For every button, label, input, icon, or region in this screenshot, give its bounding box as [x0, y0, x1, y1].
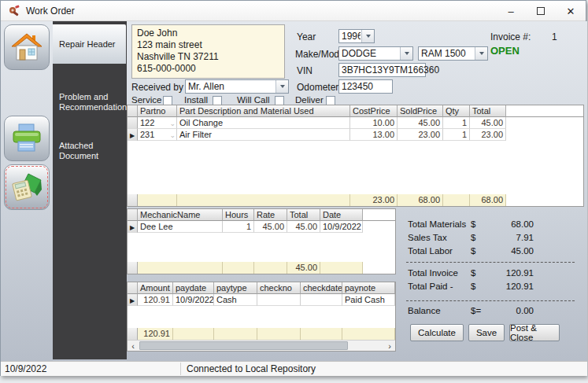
cell-costprice: 13.00: [350, 129, 398, 141]
maximize-icon[interactable]: [526, 1, 556, 21]
customer-info-box[interactable]: Doe John 123 main street Nashville TN 37…: [131, 24, 285, 79]
scrollbar-thumb[interactable]: [139, 341, 348, 350]
payment-total: 120.91: [138, 328, 173, 340]
service-label: Service: [131, 95, 161, 105]
save-button[interactable]: Save: [468, 324, 505, 341]
table-row[interactable]: 122⌄ Oil Change 10.00 45.00 1 45.00: [128, 117, 583, 129]
install-label: Install: [184, 95, 208, 105]
payment-grid: Amount paydate paytype checkno checkdate…: [127, 282, 396, 352]
column-header[interactable]: Hours: [223, 209, 254, 221]
combo-chevron-icon: ⌄: [169, 118, 176, 129]
year-select[interactable]: 1996: [338, 29, 375, 43]
invoice-number-label: Invoice #:: [490, 31, 531, 42]
summary-label: Total Paid -: [408, 282, 471, 294]
column-header[interactable]: paynote: [342, 282, 395, 294]
column-header[interactable]: paytype: [214, 282, 257, 294]
summary-labor: Total Labor $ 45.00: [408, 246, 534, 259]
received-by-label: Received by: [131, 82, 183, 93]
vin-field[interactable]: 3B7HC13Y9TM166360: [338, 63, 426, 77]
currency-sign: $: [471, 268, 482, 281]
parts-grid-header: Partno Part Description and Material Use…: [128, 105, 583, 117]
received-by-value: Mr. Allen: [188, 81, 275, 93]
column-header[interactable]: Date: [320, 209, 363, 221]
horizontal-scrollbar[interactable]: ‹ ›: [128, 340, 395, 351]
column-header[interactable]: Partno: [138, 105, 177, 117]
cell-paytype: Cash: [214, 294, 257, 306]
chevron-down-icon[interactable]: [475, 47, 487, 60]
cell-partno: 122: [140, 118, 154, 127]
scroll-left-icon[interactable]: ‹: [128, 341, 139, 351]
title-bar: Work Order – ✕: [1, 1, 586, 21]
cell-description: Oil Change: [177, 117, 350, 129]
close-icon[interactable]: ✕: [556, 1, 586, 21]
labor-totals-row: 45.00: [128, 262, 395, 274]
print-button[interactable]: [4, 116, 50, 161]
column-header[interactable]: Part Description and Material Used: [177, 105, 350, 117]
cell-rate: 45.00: [254, 221, 287, 233]
table-row[interactable]: ▶ Dee Lee 1 45.00 45.00 10/9/2022: [128, 221, 395, 233]
home-button[interactable]: [4, 24, 50, 70]
chevron-down-icon[interactable]: [400, 47, 412, 60]
tab-problem-recommendations[interactable]: Problem and Recommendations: [59, 92, 124, 112]
chevron-down-icon[interactable]: [276, 80, 288, 93]
parts-grid: Partno Part Description and Material Use…: [127, 105, 584, 207]
column-header[interactable]: Rate: [254, 209, 287, 221]
column-header[interactable]: SoldPrice: [398, 105, 443, 117]
odometer-field[interactable]: 123450: [338, 79, 393, 94]
model-select[interactable]: RAM 1500: [418, 46, 488, 61]
cell-costprice: 10.00: [350, 117, 398, 129]
summary-value: 68.00: [482, 219, 534, 232]
status-badge: OPEN: [490, 45, 520, 57]
column-header[interactable]: paydate: [173, 282, 214, 294]
cell-checkno: [257, 294, 301, 306]
status-message: Connected to Local Repository: [187, 363, 316, 374]
summary-sales-tax: Sales Tax $ 7.91: [408, 233, 534, 245]
column-header[interactable]: MechanicName: [138, 209, 223, 221]
cell-date: 10/9/2022: [320, 221, 363, 233]
table-row[interactable]: ▶ 231⌄ Air Filter 13.00 23.00 1 23.00: [128, 129, 583, 141]
divider: [406, 300, 575, 301]
cell-total: 45.00: [470, 117, 506, 129]
tab-panel: Repair Header Problem and Recommendation…: [53, 21, 127, 359]
scroll-right-icon[interactable]: ›: [384, 341, 395, 351]
chevron-down-icon[interactable]: [361, 30, 374, 42]
make-select[interactable]: DODGE: [338, 46, 413, 61]
calculator-folder-icon: [11, 172, 43, 202]
column-header[interactable]: Total: [287, 209, 320, 221]
cell-checkdate: [301, 294, 342, 306]
summary-paid: Total Paid - $ 120.91: [408, 282, 534, 294]
divider: [180, 363, 181, 375]
column-header[interactable]: checkno: [257, 282, 301, 294]
cell-paynote: Paid Cash: [342, 294, 395, 306]
tab-repair-header[interactable]: Repair Header: [53, 24, 126, 64]
home-icon: [11, 33, 43, 61]
tab-label: Repair Header: [59, 39, 116, 49]
year-value: 1996: [342, 31, 361, 42]
summary-value: 120.91: [482, 282, 534, 294]
column-header[interactable]: CostPrice: [350, 105, 398, 117]
post-invoice-button[interactable]: [4, 164, 50, 210]
column-header[interactable]: Total: [470, 105, 506, 117]
parts-totals-row: 23.00 68.00 68.00: [128, 194, 583, 206]
status-date: 10/9/2022: [5, 363, 46, 374]
received-by-select[interactable]: Mr. Allen: [185, 79, 289, 94]
combo-chevron-icon: ⌄: [169, 130, 176, 141]
column-header[interactable]: Amount: [138, 282, 173, 294]
cell-description: Air Filter: [177, 129, 350, 141]
customer-street: 123 main street: [137, 39, 279, 51]
labor-grid-header: MechanicName Hours Rate Total Date: [128, 209, 395, 221]
minimize-icon[interactable]: –: [496, 1, 526, 21]
cell-total: 45.00: [287, 221, 320, 233]
cell-hours: 1: [223, 221, 254, 233]
post-close-button[interactable]: Post & Close: [509, 324, 560, 341]
calculate-button[interactable]: Calculate: [410, 324, 464, 341]
customer-name: Doe John: [137, 28, 279, 39]
column-header[interactable]: Qty: [443, 105, 470, 117]
tab-attached-document[interactable]: Attached Document: [59, 141, 124, 161]
window-title: Work Order: [26, 6, 75, 17]
currency-sign: $: [471, 246, 482, 259]
printer-icon: [11, 123, 43, 153]
cell-mechanic: Dee Lee: [138, 221, 223, 233]
column-header[interactable]: checkdate: [301, 282, 342, 294]
table-row[interactable]: ▶ 120.91 10/9/2022 Cash Paid Cash: [128, 294, 395, 306]
